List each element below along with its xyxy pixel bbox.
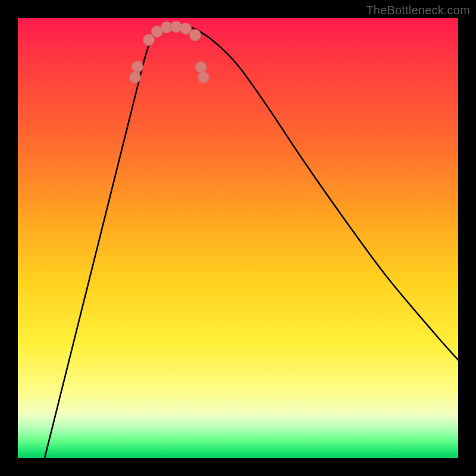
chart-frame: TheBottleneck.com: [0, 0, 476, 476]
curve-svg: [18, 18, 458, 458]
curve-marker: [132, 61, 143, 73]
curve-marker: [180, 23, 192, 35]
curve-marker: [190, 30, 201, 41]
bottleneck-curve: [45, 26, 458, 458]
plot-area: [18, 18, 458, 458]
watermark-text: TheBottleneck.com: [366, 4, 470, 17]
curve-marker: [143, 35, 155, 46]
curve-marker: [130, 72, 141, 83]
curve-marker: [196, 62, 207, 73]
curve-marker: [198, 72, 209, 83]
